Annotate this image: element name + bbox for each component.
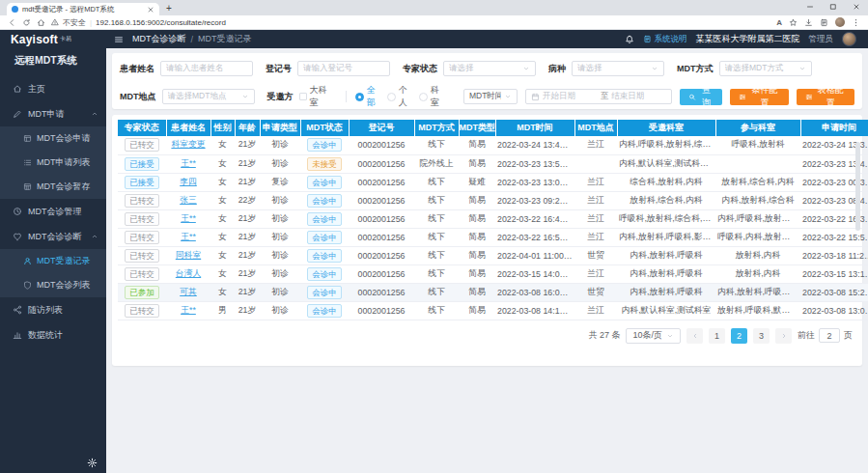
page-button-3[interactable]: 3 [753, 328, 770, 344]
patient-name-label: 患者姓名 [120, 63, 154, 75]
sidebar-subitem-1-0[interactable]: MDT会诊申请 [0, 126, 106, 151]
patient-name-link[interactable]: 王** [181, 158, 196, 168]
page-button-1[interactable]: 1 [709, 328, 725, 344]
table-row: 已转交王**女21岁初诊会诊中0002001256线下简易2022-03-22 … [118, 228, 868, 246]
settings-gear-icon[interactable] [87, 458, 98, 468]
sidebar-item-1[interactable]: MDT申请 [0, 101, 106, 126]
patient-name-link[interactable]: 张三 [180, 195, 197, 205]
mdt-status-tag: 会诊中 [307, 267, 342, 281]
sidebar-item-2[interactable]: MDT会诊管理 [0, 199, 106, 224]
condition-config-button[interactable]: 条件配置 [730, 89, 788, 105]
document-icon [643, 35, 652, 43]
column-header: MDT时间 [495, 120, 574, 136]
patient-name-link[interactable]: 可其 [180, 287, 197, 296]
window-close-button[interactable] [845, 0, 868, 14]
chart-icon [13, 330, 22, 340]
browser-tab[interactable]: mdt受邀记录 - 远程MDT系统 [7, 3, 159, 15]
sidebar-item-4[interactable]: 随访列表 [0, 297, 106, 322]
mdt-status-tag: 会诊中 [307, 304, 342, 318]
big-dept-checkbox[interactable]: 大科室 [299, 84, 328, 109]
patient-name-link[interactable]: 台湾人 [176, 268, 201, 278]
breadcrumb: MDT会诊诊断 / MDT受邀记录 [132, 33, 252, 45]
back-icon[interactable] [8, 18, 16, 27]
sidebar-subitem-1-2[interactable]: MDT会诊暂存 [0, 175, 106, 199]
sidebar-item-0[interactable]: 主页 [0, 76, 106, 101]
browser-home-icon[interactable] [37, 18, 45, 27]
table-config-button[interactable]: 表格配置 [797, 89, 854, 105]
chevron-icon [91, 233, 98, 240]
patient-name-input[interactable]: 请输入患者姓名 [160, 61, 253, 76]
prev-page-button[interactable] [686, 328, 703, 344]
new-tab-button[interactable]: + [166, 3, 172, 14]
radio-personal[interactable]: 个人 [387, 84, 410, 109]
reading-list-icon[interactable] [820, 18, 828, 27]
chevron-down-icon [522, 65, 530, 72]
mdt-mode-select[interactable]: 请选择MDT方式 [719, 61, 812, 76]
text-zoom-icon[interactable]: A [776, 18, 782, 27]
sliders-icon [739, 93, 746, 101]
reg-no-input[interactable]: 请输入登记号 [297, 61, 390, 76]
sidebar-subitem-3-0[interactable]: MDT受邀记录 [0, 249, 106, 273]
tab-close-icon[interactable] [147, 6, 154, 14]
expert-status-tag: 已转交 [125, 138, 159, 152]
browser-tab-strip: mdt受邀记录 - 远程MDT系统 + [0, 0, 868, 15]
expert-status-tag: 已转交 [125, 194, 159, 208]
app-logo[interactable]: Kayisoft 卡易 [0, 33, 106, 46]
disease-select[interactable]: 请选择 [572, 61, 664, 76]
sidebar-subitem-1-1[interactable]: MDT申请列表 [0, 151, 106, 175]
list2-icon [23, 158, 32, 167]
patient-name-link[interactable]: 王** [181, 213, 196, 223]
address-bar[interactable]: 不安全 | 192.168.0.156:9002/consultate/reco… [51, 17, 770, 28]
table-scrollbar[interactable] [855, 142, 860, 231]
pagination: 共 27 条 10条/页 123 前往 页 [118, 328, 856, 344]
sidebar: 远程MDT系统 主页MDT申请MDT会诊申请MDT申请列表MDT会诊暂存MDT会… [0, 48, 106, 473]
patient-name-link[interactable]: 李四 [180, 177, 197, 186]
patient-name-link[interactable]: 王** [181, 305, 196, 315]
time-type-select[interactable]: MDT时间 [463, 89, 518, 104]
favorite-star-icon[interactable] [789, 18, 798, 27]
next-page-button[interactable] [775, 328, 792, 344]
mdt-status-tag: 会诊中 [307, 212, 342, 226]
user-avatar[interactable] [842, 32, 856, 46]
search-button[interactable]: 查询 [680, 89, 722, 105]
notifications-bell-icon[interactable] [625, 35, 634, 44]
date-range-input[interactable]: 开始日期 至 结束日期 [525, 89, 672, 104]
patient-name-link[interactable]: 科室变更 [171, 139, 205, 149]
mdt-status-tag: 会诊中 [307, 138, 342, 152]
mdt-status-tag: 会诊中 [307, 176, 342, 189]
sidebar-subitem-label: MDT申请列表 [37, 156, 91, 169]
table-row: 已接受王**女21岁初诊未接受0002001256院外线上简易2022-03-2… [118, 154, 868, 173]
goto-label: 前往 [798, 329, 815, 342]
radio-icon [355, 93, 364, 101]
hospital-name: 某某医科大学附属第二医院 [696, 33, 800, 45]
sidebar-subitem-label: MDT受邀记录 [37, 255, 91, 267]
page-size-select[interactable]: 10条/页 [626, 328, 681, 344]
browser-profile-avatar[interactable] [835, 17, 845, 27]
mdt-place-select[interactable]: 请选择MDT地点 [162, 89, 255, 104]
patient-name-link[interactable]: 王** [181, 232, 196, 241]
page-button-2[interactable]: 2 [731, 328, 747, 344]
browser-menu-icon[interactable] [852, 18, 860, 27]
radio-icon [419, 93, 428, 101]
download-icon[interactable] [804, 18, 813, 27]
column-header: 专家状态 [118, 120, 166, 136]
mdt-status-tag: 会诊中 [307, 231, 342, 244]
radio-dept[interactable]: 科室 [419, 84, 442, 109]
heart-icon [13, 232, 22, 241]
sidebar-item-5[interactable]: 数据统计 [0, 322, 106, 348]
chevron-right-icon [780, 332, 788, 340]
expert-status-select[interactable]: 请选择 [443, 61, 536, 76]
goto-page-input[interactable] [819, 328, 840, 343]
chevron-left-icon [691, 332, 699, 340]
radio-all[interactable]: 全部 [355, 84, 378, 109]
system-help-link[interactable]: 系统说明 [643, 34, 687, 45]
sidebar-subitem-3-1[interactable]: MDT会诊列表 [0, 273, 106, 297]
sidebar-collapse-icon[interactable] [114, 35, 124, 44]
sidebar-item-3[interactable]: MDT会诊诊断 [0, 224, 106, 249]
sidebar-subitem-label: MDT会诊申请 [37, 132, 91, 145]
reload-icon[interactable] [22, 18, 31, 27]
column-header: 申请时间 [800, 120, 868, 136]
window-minimize-button[interactable] [798, 0, 822, 14]
window-maximize-button[interactable] [822, 0, 845, 14]
patient-name-link[interactable]: 同科室 [176, 250, 201, 260]
